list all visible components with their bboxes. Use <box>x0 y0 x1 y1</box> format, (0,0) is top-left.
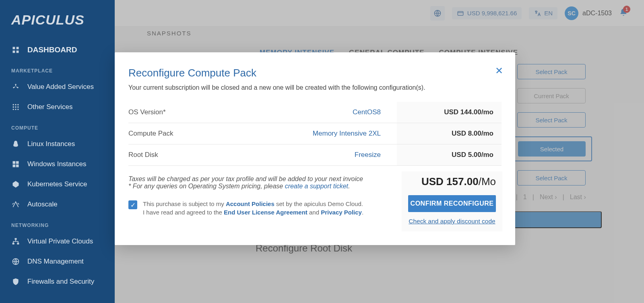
agreement-text: This purchase is subject to my Account P… <box>143 200 363 216</box>
agreement-row: ✓ This purchase is subject to my Account… <box>128 200 390 216</box>
globe-icon <box>11 257 20 266</box>
vpc-icon <box>11 237 20 246</box>
reconfigure-modal: ✕ Reconfigure Compute Pack Your current … <box>115 52 515 245</box>
section-networking: NETWORKING <box>0 214 115 231</box>
account-policies-link[interactable]: Account Policies <box>226 200 275 207</box>
shield-icon <box>11 277 20 286</box>
sidebar: APICULUS DASHBOARD MARKETPLACE Value Add… <box>0 0 115 303</box>
nav-label: Linux Instances <box>27 140 75 148</box>
row-price: USD 5.00/mo <box>397 144 502 165</box>
create-support-ticket-link[interactable]: create a support ticket <box>285 183 348 190</box>
tax-note: Taxes will be charged as per your tax pr… <box>128 175 390 183</box>
svg-marker-20 <box>13 181 19 188</box>
vas-icon <box>11 82 20 91</box>
nav-label: Value Added Services <box>27 83 94 91</box>
nav-label: DASHBOARD <box>27 45 77 54</box>
svg-rect-23 <box>17 243 19 244</box>
section-compute: COMPUTE <box>0 117 115 134</box>
row-label: OS Version* <box>128 108 249 116</box>
row-value: CentOS8 <box>249 108 397 116</box>
svg-point-9 <box>17 104 19 105</box>
nav-label: Other Services <box>27 103 72 111</box>
nav-dns[interactable]: DNS Management <box>0 251 115 272</box>
modal-row-root-disk: Root Disk Freesize USD 5.00/mo <box>128 144 502 166</box>
svg-rect-21 <box>15 238 17 240</box>
modal-title: Reconfigure Compute Pack <box>128 67 502 79</box>
row-value: Memory Intensive 2XL <box>249 130 397 138</box>
svg-rect-2 <box>13 51 15 53</box>
nav-firewalls[interactable]: Firewalls and Security <box>0 272 115 292</box>
brand-logo: APICULUS <box>0 12 115 40</box>
modal-footer: Taxes will be charged as per your tax pr… <box>128 175 502 227</box>
modal-subtitle: Your current subscription will be closed… <box>128 84 502 91</box>
total-price: USD 157.00/Mo <box>408 175 496 188</box>
dashboard-icon <box>11 45 20 54</box>
grid-icon <box>11 103 20 111</box>
modal-rows: OS Version* CentOS8 USD 144.00/mo Comput… <box>128 102 502 166</box>
footer-left: Taxes will be charged as per your tax pr… <box>128 175 390 227</box>
nav-dashboard[interactable]: DASHBOARD <box>0 40 115 60</box>
eula-link[interactable]: End User License Agreement <box>224 209 308 216</box>
svg-point-15 <box>17 109 19 110</box>
svg-rect-18 <box>13 165 16 167</box>
row-price: USD 144.00/mo <box>397 102 502 123</box>
svg-point-10 <box>13 106 14 107</box>
nav-kubernetes[interactable]: Kubernetes Service <box>0 174 115 194</box>
nav-linux-instances[interactable]: Linux Instances <box>0 134 115 154</box>
windows-icon <box>11 160 20 169</box>
nav-label: Windows Instances <box>27 160 86 168</box>
svg-point-13 <box>13 109 14 110</box>
modal-row-compute-pack: Compute Pack Memory Intensive 2XL USD 8.… <box>128 123 502 144</box>
nav-autoscale[interactable]: Autoscale <box>0 194 115 214</box>
svg-rect-3 <box>17 51 19 53</box>
discount-code-link[interactable]: Check and apply discount code <box>408 218 496 225</box>
nav-label: Autoscale <box>27 200 58 208</box>
svg-rect-22 <box>12 243 14 244</box>
nav-label: Firewalls and Security <box>27 278 94 286</box>
svg-point-12 <box>17 106 19 107</box>
privacy-policy-link[interactable]: Privacy Policy <box>321 209 362 216</box>
nav-label: DNS Management <box>27 258 84 266</box>
autoscale-icon <box>11 200 20 209</box>
svg-point-8 <box>15 104 16 105</box>
row-label: Compute Pack <box>128 130 249 138</box>
svg-rect-16 <box>13 161 16 164</box>
svg-rect-0 <box>13 47 15 49</box>
svg-point-4 <box>15 84 16 85</box>
nav-vpc[interactable]: Virtual Private Clouds <box>0 231 115 251</box>
nav-windows-instances[interactable]: Windows Instances <box>0 154 115 174</box>
row-label: Root Disk <box>128 151 249 159</box>
section-marketplace: MARKETPLACE <box>0 60 115 77</box>
close-icon[interactable]: ✕ <box>495 65 503 76</box>
svg-rect-17 <box>16 161 19 164</box>
nav-label: Kubernetes Service <box>27 180 87 188</box>
svg-rect-1 <box>17 47 19 49</box>
os-query-note: * For any queries on Operating System pr… <box>128 183 390 190</box>
agreement-checkbox[interactable]: ✓ <box>128 200 137 209</box>
linux-icon <box>11 140 20 148</box>
row-price: USD 8.00/mo <box>397 123 502 144</box>
svg-rect-19 <box>16 165 19 167</box>
svg-point-7 <box>13 104 14 105</box>
svg-point-11 <box>15 106 16 107</box>
footer-right: USD 157.00/Mo CONFIRM RECONFIGURE Check … <box>402 171 502 231</box>
kubernetes-icon <box>11 180 20 189</box>
svg-point-14 <box>15 109 16 110</box>
modal-row-os: OS Version* CentOS8 USD 144.00/mo <box>128 102 502 123</box>
nav-other-services[interactable]: Other Services <box>0 97 115 117</box>
row-value: Freesize <box>249 151 397 159</box>
nav-value-added-services[interactable]: Value Added Services <box>0 77 115 97</box>
nav-label: Virtual Private Clouds <box>27 237 93 245</box>
confirm-reconfigure-button[interactable]: CONFIRM RECONFIGURE <box>408 195 496 212</box>
